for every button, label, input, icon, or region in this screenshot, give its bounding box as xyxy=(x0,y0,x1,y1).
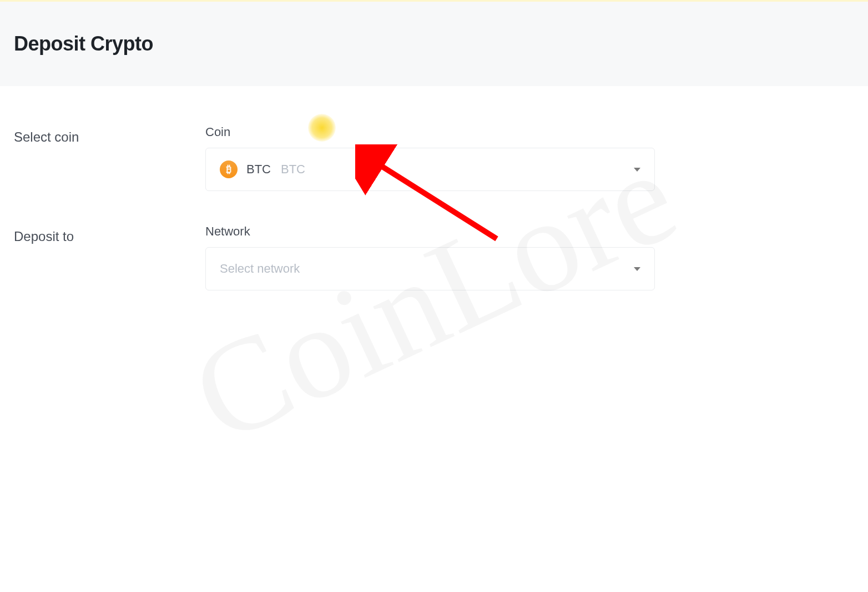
network-dropdown[interactable]: Select network xyxy=(205,247,655,290)
coin-symbol: BTC xyxy=(246,162,271,177)
coin-dropdown[interactable]: ₿ BTC BTC xyxy=(205,148,655,191)
select-coin-row: Select coin Coin ₿ BTC BTC xyxy=(14,125,854,191)
select-coin-label: Select coin xyxy=(14,125,205,191)
deposit-to-label: Deposit to xyxy=(14,224,205,290)
content-section: Select coin Coin ₿ BTC BTC Deposit to Ne… xyxy=(0,86,868,338)
coin-field-label: Coin xyxy=(205,125,655,139)
deposit-to-row: Deposit to Network Select network xyxy=(14,224,854,290)
bitcoin-icon: ₿ xyxy=(220,160,238,178)
caret-down-icon xyxy=(634,168,640,172)
caret-down-icon xyxy=(634,267,640,271)
header-section: Deposit Crypto xyxy=(0,2,868,86)
page-title: Deposit Crypto xyxy=(14,32,854,56)
coin-name: BTC xyxy=(281,162,305,177)
network-placeholder: Select network xyxy=(220,262,300,276)
network-field-label: Network xyxy=(205,224,655,239)
